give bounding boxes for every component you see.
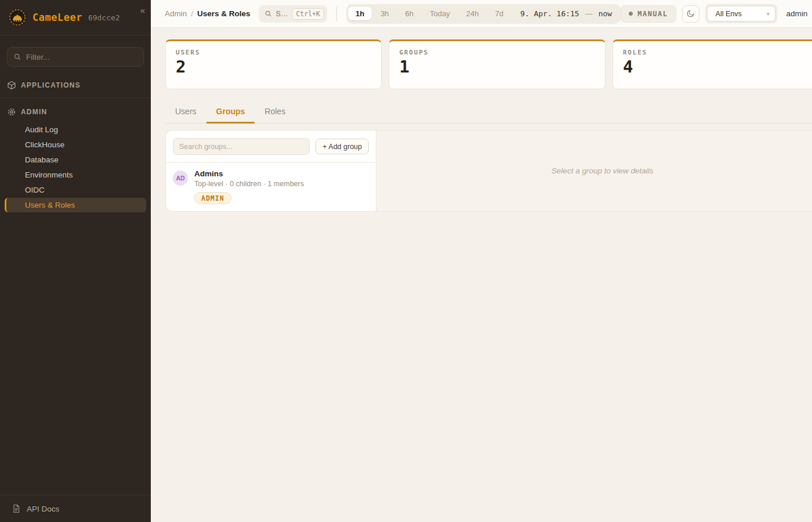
tab-roles[interactable]: Roles — [255, 102, 295, 124]
breadcrumb-admin[interactable]: Admin — [165, 9, 187, 18]
sidebar-admin-nav: Audit Log ClickHouse Database Environmen… — [0, 122, 151, 213]
search-icon — [264, 10, 272, 17]
tab-groups[interactable]: Groups — [206, 102, 255, 124]
stat-label: USERS — [176, 49, 371, 56]
breadcrumb-separator: / — [191, 9, 193, 18]
sidebar-divider — [0, 97, 151, 98]
sidebar-item-audit-log[interactable]: Audit Log — [5, 122, 146, 137]
timerange-6h[interactable]: 6h — [398, 7, 421, 20]
timerange-separator: — — [585, 9, 593, 18]
timerange-7d[interactable]: 7d — [487, 7, 510, 20]
env-select-wrap: All Envs ▾ — [705, 4, 777, 23]
groups-list-column: + Add group AD Admins Top-level · 0 chil… — [166, 130, 376, 211]
mode-label: MANUAL — [637, 10, 668, 18]
admin-badge: ADMIN — [194, 192, 231, 204]
group-detail-panel: Select a group to view details — [376, 130, 812, 211]
sidebar-item-users-roles[interactable]: Users & Roles — [5, 198, 146, 212]
stat-card-users: USERS 2 — [165, 39, 382, 89]
breadcrumb-current: Users & Roles — [197, 9, 251, 18]
sidebar-section-applications[interactable]: APPLICATIONS — [0, 75, 151, 95]
stat-value: 4 — [623, 58, 812, 77]
timerange-from[interactable]: 9. Apr. 16:15 — [512, 9, 584, 18]
cameleer-logo-icon — [8, 8, 27, 27]
env-select-value: All Envs — [716, 10, 767, 18]
username-label: admin — [786, 9, 808, 18]
section-label: ADMIN — [21, 108, 47, 116]
sidebar-filter[interactable] — [7, 47, 144, 67]
timerange-today[interactable]: Today — [422, 7, 458, 20]
topbar-right: MANUAL All Envs ▾ admin AD — [621, 4, 812, 23]
search-shortcut-badge: Ctrl+K — [292, 8, 324, 20]
brand-version: 69dcce2 — [88, 13, 120, 22]
main-area: Admin / Users & Roles S… Ctrl+K 1h 3h 6h… — [151, 0, 812, 522]
breadcrumb: Admin / Users & Roles — [165, 9, 251, 18]
groups-toolbar: + Add group — [166, 130, 376, 163]
group-name: Admins — [194, 169, 304, 178]
sidebar-item-oidc[interactable]: OIDC — [5, 183, 146, 197]
topbar: Admin / Users & Roles S… Ctrl+K 1h 3h 6h… — [151, 0, 812, 28]
global-search-text: S… — [276, 10, 288, 18]
tab-users[interactable]: Users — [165, 102, 206, 124]
timerange-to[interactable]: now — [594, 9, 619, 18]
timerange-picker: 1h 3h 6h Today 24h 7d 9. Apr. 16:15 — no… — [346, 4, 621, 24]
global-search-button[interactable]: S… Ctrl+K — [259, 5, 327, 23]
sidebar-collapse-icon[interactable]: « — [140, 6, 145, 14]
sidebar-item-clickhouse[interactable]: ClickHouse — [5, 137, 146, 152]
tabs: Users Groups Roles — [165, 102, 812, 124]
group-row-admins[interactable]: AD Admins Top-level · 0 children · 1 mem… — [166, 163, 376, 211]
gear-icon — [7, 107, 16, 117]
groups-panel: + Add group AD Admins Top-level · 0 chil… — [165, 130, 812, 212]
group-meta: Top-level · 0 children · 1 members — [194, 180, 304, 188]
theme-toggle-button[interactable] — [682, 5, 699, 23]
chevron-down-icon: ▾ — [767, 11, 770, 17]
sidebar-section-admin[interactable]: ADMIN — [0, 102, 151, 122]
empty-detail-message: Select a group to view details — [552, 166, 654, 175]
cube-icon — [7, 81, 16, 90]
brand-name: CameLeer — [32, 12, 82, 23]
timerange-3h[interactable]: 3h — [373, 7, 396, 20]
stats-row: USERS 2 GROUPS 1 ROLES 4 — [165, 39, 812, 89]
stat-card-roles: ROLES 4 — [612, 39, 812, 89]
document-icon — [12, 504, 21, 513]
sidebar: CameLeer 69dcce2 « APPLICATIONS ADMIN Au… — [0, 0, 151, 522]
manual-mode-badge[interactable]: MANUAL — [621, 5, 676, 23]
group-info: Admins Top-level · 0 children · 1 member… — [194, 169, 304, 204]
stat-label: GROUPS — [399, 49, 594, 56]
sidebar-filter-input[interactable] — [26, 53, 137, 61]
sidebar-item-environments[interactable]: Environments — [5, 168, 146, 182]
timerange-1h[interactable]: 1h — [348, 7, 372, 20]
search-icon — [13, 53, 21, 61]
moon-icon — [686, 9, 695, 18]
group-avatar: AD — [173, 171, 188, 186]
add-group-button[interactable]: + Add group — [316, 139, 369, 154]
groups-search-input[interactable] — [179, 143, 303, 151]
api-docs-label: API Docs — [27, 505, 59, 513]
stat-value: 2 — [176, 58, 371, 77]
sidebar-item-database[interactable]: Database — [5, 153, 146, 167]
stat-card-groups: GROUPS 1 — [389, 39, 605, 89]
stat-value: 1 — [399, 58, 594, 77]
env-select[interactable]: All Envs ▾ — [707, 6, 775, 21]
topbar-divider — [336, 7, 337, 21]
groups-search[interactable] — [173, 138, 310, 155]
stat-label: ROLES — [623, 49, 812, 56]
sidebar-header: CameLeer 69dcce2 « — [0, 0, 151, 35]
content: USERS 2 GROUPS 1 ROLES 4 Users Groups Ro… — [151, 28, 812, 223]
status-dot-icon — [629, 12, 633, 16]
timerange-24h[interactable]: 24h — [459, 7, 487, 20]
api-docs-link[interactable]: API Docs — [0, 495, 151, 522]
section-label: APPLICATIONS — [21, 81, 81, 89]
